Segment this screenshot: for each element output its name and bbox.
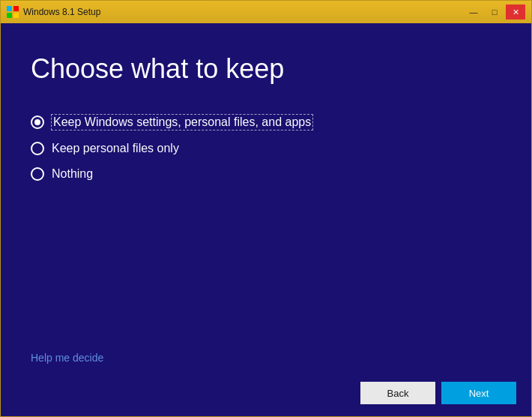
- option-files[interactable]: Keep personal files only: [31, 142, 501, 155]
- titlebar-title: Windows 8.1 Setup: [23, 7, 100, 17]
- titlebar: Windows 8.1 Setup — □ ✕: [1, 1, 531, 23]
- svg-rect-1: [13, 6, 19, 11]
- footer-buttons: Back Next: [360, 382, 516, 404]
- titlebar-left: Windows 8.1 Setup: [7, 6, 100, 18]
- option-nothing-label: Nothing: [52, 167, 93, 181]
- next-button[interactable]: Next: [441, 382, 516, 404]
- radio-all-inner: [34, 119, 40, 125]
- minimize-button[interactable]: —: [464, 4, 483, 20]
- option-all-label: Keep Windows settings, personal files, a…: [52, 115, 312, 130]
- content-area: Choose what to keep Keep Windows setting…: [1, 23, 531, 416]
- titlebar-buttons: — □ ✕: [464, 4, 525, 20]
- radio-nothing[interactable]: [31, 167, 44, 181]
- svg-rect-2: [7, 13, 12, 18]
- page-title: Choose what to keep: [31, 53, 501, 85]
- radio-files[interactable]: [31, 142, 44, 155]
- close-button[interactable]: ✕: [506, 4, 525, 20]
- radio-all[interactable]: [31, 116, 44, 129]
- maximize-button[interactable]: □: [485, 4, 504, 20]
- option-all[interactable]: Keep Windows settings, personal files, a…: [31, 115, 501, 130]
- svg-rect-0: [7, 6, 12, 11]
- option-files-label: Keep personal files only: [52, 142, 179, 155]
- windows-icon: [7, 6, 19, 18]
- help-link[interactable]: Help me decide: [31, 352, 103, 364]
- back-button[interactable]: Back: [360, 382, 435, 404]
- options-list: Keep Windows settings, personal files, a…: [31, 115, 501, 181]
- svg-rect-3: [13, 13, 19, 18]
- option-nothing[interactable]: Nothing: [31, 167, 501, 181]
- window: Windows 8.1 Setup — □ ✕ Choose what to k…: [0, 0, 532, 417]
